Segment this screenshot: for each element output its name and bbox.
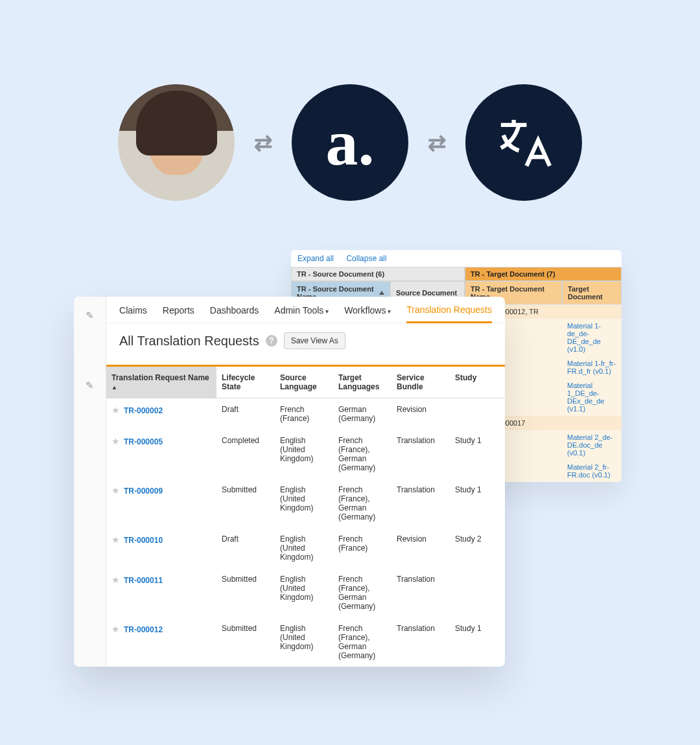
cell-bundle: Translation — [391, 479, 450, 528]
cell-study: Study 2 — [450, 528, 505, 568]
cell-target-doc[interactable]: Material 1_DE_de-DEx_de_de (v1.1) — [562, 378, 622, 416]
pencil-icon[interactable]: ✎ — [74, 310, 106, 321]
expand-collapse-bar: Expand all Collapse all — [291, 250, 622, 267]
table-row: ★TR-000010DraftEnglish (United Kingdom)F… — [106, 528, 505, 568]
cell-target-langs: French (France), German (Germany) — [333, 479, 391, 528]
table-row: ★TR-000011SubmittedEnglish (United Kingd… — [106, 568, 505, 617]
requests-table: Translation Request Name Lifecycle State… — [106, 367, 505, 667]
sort-asc-icon — [379, 291, 384, 295]
cell-study — [450, 398, 505, 430]
request-link[interactable]: TR-000009 — [124, 487, 163, 496]
cell-target-langs: German (Germany) — [333, 398, 391, 430]
cell-state: Submitted — [216, 568, 275, 617]
tab-reports[interactable]: Reports — [163, 305, 194, 322]
table-row: ★TR-000012SubmittedEnglish (United Kingd… — [106, 617, 505, 667]
cell-state: Completed — [216, 430, 275, 479]
col-lifecycle-state[interactable]: Lifecycle State — [216, 367, 275, 398]
cell-bundle: Translation — [391, 617, 450, 667]
nav-tabs: Claims Reports Dashboards Admin Tools Wo… — [106, 297, 505, 323]
cell-target-langs: French (France), German (Germany) — [333, 430, 391, 479]
col-request-name[interactable]: Translation Request Name — [106, 367, 216, 398]
cell-source-lang: French (France) — [275, 398, 333, 430]
swap-arrows-2: ⇄ — [428, 132, 446, 154]
save-view-button[interactable]: Save View As — [284, 332, 345, 349]
cell-target-langs: French (France) — [333, 528, 391, 568]
group-header-source[interactable]: TR - Source Document (6) — [291, 267, 465, 281]
page-title-row: All Translation Requests ? Save View As — [106, 323, 505, 358]
swap-arrows-1: ⇄ — [254, 132, 272, 154]
help-icon[interactable]: ? — [266, 335, 277, 347]
tab-claims[interactable]: Claims — [119, 305, 147, 322]
cell-target-doc[interactable] — [562, 304, 622, 319]
translate-circle — [465, 84, 582, 201]
tab-translation-requests[interactable]: Translation Requests — [406, 304, 492, 323]
table-row: ★TR-000002DraftFrench (France)German (Ge… — [106, 398, 505, 430]
translate-icon — [493, 112, 555, 174]
request-link[interactable]: TR-000002 — [124, 406, 163, 415]
cell-study — [450, 568, 505, 617]
col-target-languages[interactable]: Target Languages — [333, 367, 391, 398]
cell-source-lang: English (United Kingdom) — [275, 528, 333, 568]
cell-study: Study 1 — [450, 479, 505, 528]
request-link[interactable]: TR-000005 — [124, 437, 163, 446]
cell-state: Draft — [216, 398, 275, 430]
cell-bundle: Translation — [391, 568, 450, 617]
avatar-circle — [118, 84, 235, 201]
col-study[interactable]: Study — [450, 367, 505, 398]
pencil-icon[interactable]: ✎ — [74, 380, 106, 391]
cell-target-doc[interactable]: Material 1-de_de-DE_de_de (v1.0) — [562, 319, 622, 356]
cell-bundle: Revision — [391, 398, 450, 430]
col-source-language[interactable]: Source Language — [275, 367, 333, 398]
avatar-image — [118, 84, 235, 201]
cell-bundle: Translation — [391, 430, 450, 479]
table-row: ★TR-000005CompletedEnglish (United Kingd… — [106, 430, 505, 479]
cell-target-langs: French (France), German (Germany) — [333, 617, 391, 667]
star-icon[interactable]: ★ — [111, 405, 120, 415]
table-row: ★TR-000009SubmittedEnglish (United Kingd… — [106, 479, 505, 528]
arrow-right-icon: ⇄ — [254, 132, 272, 154]
cell-bundle: Revision — [391, 528, 450, 568]
main-content: Claims Reports Dashboards Admin Tools Wo… — [106, 297, 505, 667]
cell-state: Submitted — [216, 617, 275, 667]
brand-logo: a. — [326, 106, 375, 180]
tab-dashboards[interactable]: Dashboards — [210, 305, 259, 322]
page-title: All Translation Requests — [119, 334, 259, 349]
requests-panel: ✎ ✎ Claims Reports Dashboards Admin Tool… — [74, 297, 505, 667]
cell-target-doc[interactable] — [562, 416, 622, 430]
cell-state: Submitted — [216, 479, 275, 528]
cell-study: Study 1 — [450, 430, 505, 479]
cell-target-langs: French (France), German (Germany) — [333, 568, 391, 617]
cell-target-doc[interactable]: Material 1-fr_fr-FR.d_fr (v0.1) — [562, 356, 622, 378]
cell-study: Study 1 — [450, 617, 505, 667]
arrow-right-icon: ⇄ — [428, 132, 446, 154]
star-icon[interactable]: ★ — [111, 575, 120, 585]
star-icon[interactable]: ★ — [111, 485, 120, 496]
request-link[interactable]: TR-000011 — [124, 576, 163, 585]
expand-all-link[interactable]: Expand all — [298, 254, 334, 263]
star-icon[interactable]: ★ — [111, 534, 120, 545]
cell-source-lang: English (United Kingdom) — [275, 617, 333, 667]
cell-state: Draft — [216, 528, 275, 568]
request-link[interactable]: TR-000012 — [124, 625, 163, 634]
col-service-bundle[interactable]: Service Bundle — [391, 367, 450, 398]
cell-target-doc[interactable]: Material 2_fr-FR.doc (v0.1) — [562, 460, 622, 482]
col-target-doc[interactable]: Target Document — [562, 281, 622, 304]
collapse-all-link[interactable]: Collapse all — [346, 254, 386, 263]
hero-row: ⇄ a. ⇄ — [0, 84, 700, 201]
group-headers: TR - Source Document (6) TR - Target Doc… — [291, 267, 622, 281]
tab-admin-tools[interactable]: Admin Tools — [274, 305, 329, 322]
request-link[interactable]: TR-000010 — [124, 536, 163, 545]
cell-source-lang: English (United Kingdom) — [275, 568, 333, 617]
tab-workflows[interactable]: Workflows — [344, 305, 391, 322]
star-icon[interactable]: ★ — [111, 624, 120, 634]
cell-source-lang: English (United Kingdom) — [275, 430, 333, 479]
group-header-target[interactable]: TR - Target Document (7) — [465, 267, 622, 281]
left-rail: ✎ ✎ — [74, 297, 106, 667]
cell-target-doc[interactable]: Material 2_de-DE.doc_de (v0.1) — [562, 430, 622, 460]
star-icon[interactable]: ★ — [111, 436, 120, 446]
brand-circle: a. — [292, 84, 408, 201]
cell-source-lang: English (United Kingdom) — [275, 479, 333, 528]
